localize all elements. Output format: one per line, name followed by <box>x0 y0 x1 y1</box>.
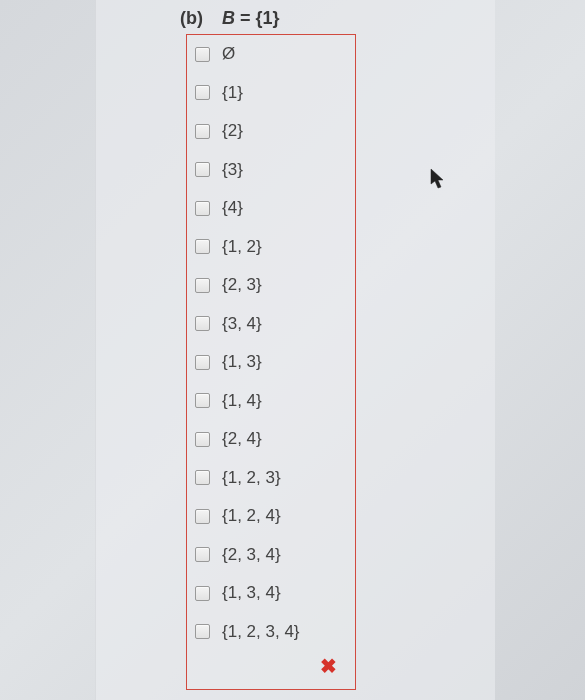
option-row[interactable]: {1, 2, 4} <box>187 497 355 536</box>
option-row[interactable]: {1, 2, 3} <box>187 459 355 498</box>
option-row[interactable]: {2, 3, 4} <box>187 536 355 575</box>
checkbox[interactable] <box>195 432 210 447</box>
option-row[interactable]: {2, 4} <box>187 420 355 459</box>
option-label: {1, 2, 3} <box>222 468 281 488</box>
checkbox[interactable] <box>195 124 210 139</box>
equals: = <box>235 8 256 28</box>
option-label: Ø <box>222 44 235 64</box>
set-definition: {1} <box>256 8 280 28</box>
option-label: {1, 3, 4} <box>222 583 281 603</box>
option-row[interactable]: {1} <box>187 74 355 113</box>
checkbox[interactable] <box>195 47 210 62</box>
option-row[interactable]: {2} <box>187 112 355 151</box>
option-label: {4} <box>222 198 243 218</box>
option-row[interactable]: {1, 2, 3, 4} <box>187 613 355 652</box>
checkbox[interactable] <box>195 85 210 100</box>
option-label: {2, 4} <box>222 429 262 449</box>
checkbox[interactable] <box>195 470 210 485</box>
checkbox[interactable] <box>195 547 210 562</box>
option-row[interactable]: {3, 4} <box>187 305 355 344</box>
checkbox[interactable] <box>195 509 210 524</box>
feedback-row: ✖ <box>187 651 355 681</box>
option-label: {1, 2} <box>222 237 262 257</box>
part-label: (b) <box>180 8 203 28</box>
checkbox[interactable] <box>195 393 210 408</box>
set-variable: B <box>222 8 235 28</box>
option-row[interactable]: {3} <box>187 151 355 190</box>
checkbox[interactable] <box>195 355 210 370</box>
question-header: (b) B = {1} <box>180 8 280 29</box>
option-label: {1, 2, 3, 4} <box>222 622 300 642</box>
checkbox[interactable] <box>195 201 210 216</box>
option-row[interactable]: {1, 3} <box>187 343 355 382</box>
option-row[interactable]: {4} <box>187 189 355 228</box>
checkbox[interactable] <box>195 162 210 177</box>
option-row[interactable]: {2, 3} <box>187 266 355 305</box>
option-row[interactable]: Ø <box>187 35 355 74</box>
answer-box: Ø {1} {2} {3} {4} {1, 2} {2, 3} {3, 4} {… <box>186 34 356 690</box>
option-row[interactable]: {1, 3, 4} <box>187 574 355 613</box>
incorrect-icon: ✖ <box>320 654 337 678</box>
checkbox[interactable] <box>195 239 210 254</box>
option-label: {2, 3, 4} <box>222 545 281 565</box>
option-label: {1, 2, 4} <box>222 506 281 526</box>
checkbox[interactable] <box>195 316 210 331</box>
option-label: {1} <box>222 83 243 103</box>
checkbox[interactable] <box>195 586 210 601</box>
option-row[interactable]: {1, 4} <box>187 382 355 421</box>
option-row[interactable]: {1, 2} <box>187 228 355 267</box>
option-label: {1, 3} <box>222 352 262 372</box>
checkbox[interactable] <box>195 278 210 293</box>
option-label: {1, 4} <box>222 391 262 411</box>
checkbox[interactable] <box>195 624 210 639</box>
option-label: {2} <box>222 121 243 141</box>
option-label: {3, 4} <box>222 314 262 334</box>
option-label: {2, 3} <box>222 275 262 295</box>
option-label: {3} <box>222 160 243 180</box>
